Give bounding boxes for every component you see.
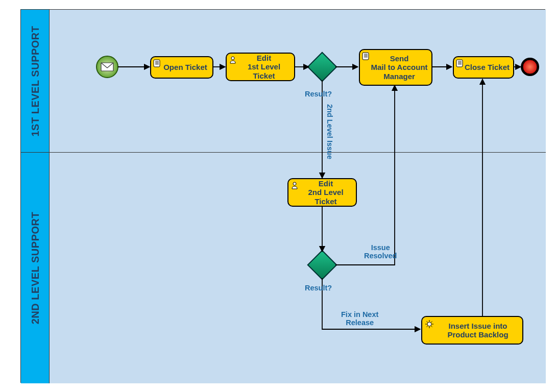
lane-label-1st: 1ST LEVEL SUPPORT: [29, 26, 41, 136]
label-issue-resolved: Issue Resolved: [364, 244, 397, 260]
script-icon: [362, 52, 370, 60]
script-icon: [456, 59, 464, 67]
lane-label-2nd: 2ND LEVEL SUPPORT: [29, 212, 41, 324]
task-send-mail: Send Mail to Account Manager: [359, 49, 432, 86]
task-label: Insert Issue into Product Backlog: [436, 322, 520, 339]
svg-point-8: [427, 322, 431, 326]
label-result-2: Result?: [305, 284, 332, 292]
user-task-icon: [229, 56, 237, 64]
label-2nd-level-issue: 2nd Level Issue: [325, 104, 333, 159]
svg-point-7: [293, 182, 296, 185]
label-result-1: Result?: [305, 90, 332, 99]
task-insert-backlog: Insert Issue into Product Backlog: [421, 316, 523, 345]
task-label: Open Ticket: [163, 63, 207, 71]
task-open-ticket: Open Ticket: [150, 56, 213, 79]
user-task-icon: [291, 181, 299, 189]
task-label: Send Mail to Account Manager: [369, 54, 429, 81]
task-label: Edit 1st Level Ticket: [236, 54, 292, 80]
lane-body-1st: [50, 10, 546, 153]
lane-header-2nd: 2ND LEVEL SUPPORT: [21, 153, 50, 383]
task-label: Close Ticket: [465, 63, 510, 71]
lane-header-1st: 1ST LEVEL SUPPORT: [21, 10, 50, 153]
task-edit-1st: Edit 1st Level Ticket: [226, 53, 295, 81]
bpmn-pool: 1ST LEVEL SUPPORT 2ND LEVEL SUPPORT: [20, 9, 545, 383]
task-edit-2nd: Edit 2nd Level Ticket: [287, 178, 357, 207]
script-icon: [153, 59, 161, 67]
service-task-icon: [424, 319, 434, 329]
label-fix-next: Fix in Next Release: [341, 311, 378, 327]
svg-point-6: [231, 57, 234, 60]
task-close-ticket: Close Ticket: [453, 56, 514, 79]
task-label: Edit 2nd Level Ticket: [298, 179, 354, 206]
